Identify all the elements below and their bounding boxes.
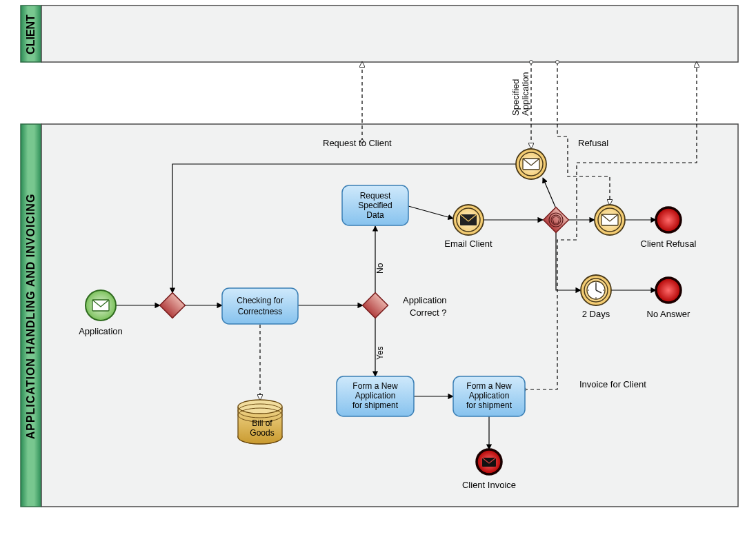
task-form2-label-2: Application — [469, 391, 510, 400]
msgflow-specified-app-label-2: Application — [520, 72, 530, 116]
svg-rect-8 — [222, 288, 298, 324]
data-store-bill-label-1: Bill of — [252, 418, 272, 428]
start-event-label: Application — [79, 326, 123, 336]
pool-client: CLIENT — [21, 6, 738, 62]
pool-main-title: APPLICATION HANDLING AND INVOICING — [25, 194, 37, 440]
task-form2-label-1: Form a New — [466, 381, 512, 391]
data-store-bill: Bill of Goods — [238, 400, 282, 444]
msgflow-invoice-label: Invoice for Client — [579, 379, 646, 389]
task-request-label-1: Request — [360, 191, 391, 201]
data-store-bill-label-2: Goods — [250, 428, 274, 438]
event-email-client-label: Email Client — [444, 239, 493, 249]
msgflow-specified-app-label-1: Specified — [510, 79, 521, 116]
task-form1-label-3: for shipment — [352, 400, 399, 410]
seq-gwcorrect-yes-label: Yes — [375, 346, 385, 360]
task-checking-label-2: Correctness — [238, 307, 283, 316]
svg-rect-4 — [41, 124, 738, 507]
end-client-invoice-label: Client Invoice — [462, 480, 516, 490]
event-refusal-msg — [595, 205, 625, 235]
task-form2: Form a New Application for shipment — [453, 376, 525, 416]
svg-point-33 — [656, 207, 681, 232]
task-checking-label-1: Checking for — [237, 296, 283, 305]
seq-gwcorrect-no-label: No — [375, 263, 385, 274]
event-timer-2days: 2 Days — [581, 275, 611, 319]
task-request-label-3: Data — [366, 210, 384, 220]
svg-point-40 — [238, 400, 282, 414]
question-correct-1: Application — [403, 295, 447, 305]
event-catch-specified — [516, 149, 546, 179]
event-timer-label: 2 Days — [582, 309, 610, 319]
task-request-label-2: Specified — [358, 201, 392, 210]
task-form1: Form a New Application for shipment — [337, 376, 414, 416]
svg-point-34 — [656, 278, 681, 303]
task-checking: Checking for Correctness — [222, 288, 298, 324]
pool-client-title: CLIENT — [25, 14, 37, 54]
svg-rect-2 — [41, 6, 738, 62]
task-request: Request Specified Data — [342, 185, 408, 225]
task-form2-label-3: for shipment — [466, 400, 513, 410]
msgflow-request-to-client-label: Request to Client — [323, 138, 392, 148]
msgflow-refusal-label: Refusal — [578, 138, 608, 148]
pool-main: APPLICATION HANDLING AND INVOICING — [21, 124, 738, 507]
bpmn-diagram: CLIENT APPLICATION HANDLING AND INVOICIN… — [0, 0, 756, 548]
task-form1-label-1: Form a New — [352, 381, 398, 391]
end-no-answer-label: No Answer — [647, 309, 691, 319]
question-correct-2: Correct ? — [410, 307, 446, 318]
task-form1-label-2: Application — [355, 391, 396, 400]
end-client-refusal-label: Client Refusal — [641, 239, 697, 249]
